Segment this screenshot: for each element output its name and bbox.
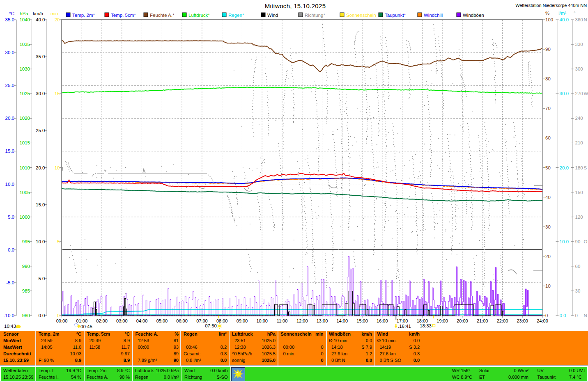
svg-text:07:00: 07:00 — [196, 318, 208, 323]
svg-text:15.0: 15.0 — [36, 202, 45, 207]
svg-text:°C: °C — [9, 11, 14, 16]
svg-text:1040: 1040 — [19, 17, 30, 22]
svg-text:1020: 1020 — [19, 116, 30, 121]
svg-text:05:00: 05:00 — [156, 318, 168, 323]
svg-text:20.0: 20.0 — [36, 165, 45, 170]
svg-text:min: min — [51, 11, 58, 16]
svg-text:0.0: 0.0 — [39, 313, 45, 318]
svg-text:990: 990 — [22, 264, 30, 269]
svg-text:10: 10 — [55, 165, 60, 170]
svg-text:.16:41: .16:41 — [398, 324, 411, 329]
svg-text:19:00: 19:00 — [436, 318, 448, 323]
svg-text:08:00: 08:00 — [216, 318, 228, 323]
svg-text:90: 90 — [545, 47, 551, 52]
svg-text:N: N — [584, 313, 587, 318]
svg-text:10: 10 — [545, 284, 551, 288]
svg-text:1000: 1000 — [19, 215, 30, 220]
svg-text:Wetterstation Niedersorpe 440m: Wetterstation Niedersorpe 440m NN — [515, 3, 587, 8]
svg-text:S: S — [584, 165, 587, 170]
svg-text:02:00: 02:00 — [96, 318, 108, 323]
svg-text:20: 20 — [545, 254, 551, 259]
svg-text:16:00: 16:00 — [377, 318, 388, 323]
svg-text:80: 80 — [545, 76, 551, 81]
svg-text:35.0: 35.0 — [36, 54, 45, 59]
svg-text:13:00: 13:00 — [317, 318, 328, 323]
svg-text:300: 300 — [575, 66, 583, 71]
svg-text:W: W — [584, 91, 588, 96]
svg-text:24:00: 24:00 — [537, 318, 548, 323]
svg-text:70: 70 — [545, 106, 551, 111]
svg-text:Luftdruck*: Luftdruck* — [188, 13, 210, 18]
svg-text:35.0: 35.0 — [5, 17, 14, 22]
svg-text:240: 240 — [575, 116, 583, 121]
svg-text:25.0: 25.0 — [5, 83, 14, 88]
svg-text:30.0: 30.0 — [36, 91, 45, 96]
svg-text:Richtung*: Richtung* — [305, 13, 325, 18]
svg-text:00:00: 00:00 — [56, 318, 68, 323]
svg-text:360: 360 — [575, 17, 583, 22]
svg-text:01:00: 01:00 — [76, 318, 88, 323]
svg-text:20: 20 — [55, 17, 60, 22]
svg-text:Regen*: Regen* — [228, 13, 244, 18]
svg-text:07:50: 07:50 — [205, 323, 217, 328]
svg-text:10.0: 10.0 — [560, 239, 569, 244]
svg-text:30: 30 — [545, 224, 551, 229]
svg-text:Wind: Wind — [267, 13, 278, 18]
svg-text:0.0: 0.0 — [560, 313, 566, 318]
svg-text:Feuchte A.*: Feuchte A.* — [150, 13, 175, 18]
svg-text:17:00: 17:00 — [397, 318, 408, 323]
svg-text:50: 50 — [545, 165, 551, 170]
svg-text:O: O — [584, 239, 588, 244]
svg-text:25.0: 25.0 — [36, 128, 45, 133]
svg-text:Temp. 5cm*: Temp. 5cm* — [111, 13, 136, 18]
svg-text:10:00: 10:00 — [256, 318, 268, 323]
svg-text:10.0: 10.0 — [5, 182, 14, 187]
svg-text:Sonnenschein: Sonnenschein — [346, 13, 376, 18]
svg-text:30: 30 — [575, 288, 581, 293]
svg-text:0.0: 0.0 — [8, 247, 14, 252]
svg-text:5: 5 — [57, 239, 60, 244]
svg-text:l/m²: l/m² — [558, 11, 566, 16]
svg-text:00:45: 00:45 — [80, 324, 92, 329]
svg-text:40: 40 — [545, 195, 551, 200]
svg-text:1010: 1010 — [19, 165, 30, 170]
svg-text:-10.0: -10.0 — [4, 313, 14, 318]
svg-text:0: 0 — [545, 313, 548, 318]
svg-text:23:00: 23:00 — [517, 318, 528, 323]
svg-text:270: 270 — [575, 91, 583, 96]
svg-text:-5.0: -5.0 — [6, 280, 14, 285]
svg-text:20.0: 20.0 — [560, 165, 569, 170]
svg-text:985: 985 — [22, 288, 30, 293]
svg-text:210: 210 — [575, 140, 583, 145]
svg-text:11:00: 11:00 — [277, 318, 288, 323]
svg-text:03:00: 03:00 — [116, 318, 128, 323]
svg-text:30.0: 30.0 — [560, 91, 569, 96]
svg-text:12:00: 12:00 — [296, 318, 308, 323]
svg-text:980: 980 — [22, 313, 30, 318]
svg-text:06:00: 06:00 — [176, 318, 188, 323]
svg-text:1015: 1015 — [19, 140, 30, 145]
svg-text:995: 995 — [22, 239, 30, 244]
svg-text:10:43: 10:43 — [4, 324, 16, 329]
svg-text:100: 100 — [545, 17, 553, 22]
svg-text:30.0: 30.0 — [5, 50, 14, 55]
svg-text:40.0: 40.0 — [36, 17, 45, 22]
svg-text:1035: 1035 — [19, 42, 30, 47]
svg-text:60: 60 — [575, 264, 581, 269]
svg-text:15.0: 15.0 — [5, 149, 14, 153]
svg-text:Temp. 2m*: Temp. 2m* — [72, 13, 95, 18]
svg-text:5.0: 5.0 — [39, 276, 45, 281]
svg-text:04:00: 04:00 — [136, 318, 148, 323]
svg-text:15: 15 — [55, 91, 60, 96]
svg-text:°: ° — [574, 11, 576, 16]
svg-text:hPa: hPa — [20, 11, 28, 16]
svg-text:1005: 1005 — [19, 190, 30, 195]
svg-text:90: 90 — [575, 239, 581, 244]
svg-text:Mittwoch, 15.10.2025: Mittwoch, 15.10.2025 — [265, 2, 326, 9]
svg-text:20:00: 20:00 — [457, 318, 468, 323]
svg-text:km/h: km/h — [33, 11, 43, 16]
svg-text:%: % — [545, 11, 549, 16]
svg-text:Windchill: Windchill — [424, 13, 443, 18]
svg-text:1030: 1030 — [19, 66, 30, 71]
svg-text:Windböen: Windböen — [463, 13, 484, 18]
